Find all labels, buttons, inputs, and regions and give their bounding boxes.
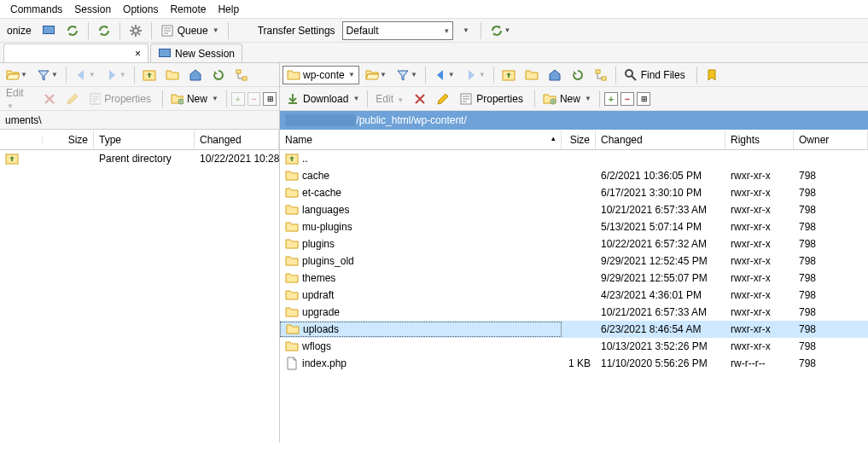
remote-refresh-icon[interactable]: [568, 66, 588, 84]
remote-dir-combo[interactable]: wp-conte▼: [283, 66, 359, 84]
list-item[interactable]: uploads 6/23/2021 8:46:54 AM rwxr-xr-x 7…: [280, 321, 868, 338]
list-item[interactable]: wflogs 10/13/2021 3:52:26 PM rwxr-xr-x 7…: [280, 338, 868, 355]
list-item[interactable]: languages 10/21/2021 6:57:33 AM rwxr-xr-…: [280, 201, 868, 218]
col-name-remote[interactable]: Name▴: [280, 131, 562, 149]
folder-icon: [285, 237, 299, 251]
up-icon: [285, 152, 299, 165]
remote-listing[interactable]: .. cache 6/2/2021 10:36:05 PM rwxr-xr-x …: [280, 150, 868, 443]
local-edit-button[interactable]: Edit ▼: [3, 87, 37, 111]
monitor-icon: [158, 47, 172, 61]
col-name-local[interactable]: [0, 136, 43, 143]
col-rights-remote[interactable]: Rights: [725, 131, 794, 149]
local-listing[interactable]: Parent directory 10/22/2021 10:28: [0, 150, 279, 443]
menu-remote[interactable]: Remote: [165, 2, 211, 17]
remote-tree-icon[interactable]: [591, 66, 611, 84]
remote-bookmark-icon[interactable]: [702, 66, 722, 84]
transfer-dropdown[interactable]: ▼: [457, 21, 475, 40]
folder-icon: [285, 203, 299, 217]
remote-folder-open-icon[interactable]: ▼: [362, 66, 390, 84]
local-headers: Size Type Changed: [0, 130, 279, 150]
remote-minus-icon[interactable]: −: [620, 92, 634, 106]
remote-path: /public_html/wp-content/: [280, 111, 868, 130]
transfer-settings-combo[interactable]: Default▾: [342, 21, 453, 40]
local-refresh-icon[interactable]: [208, 66, 229, 84]
remote-root-icon[interactable]: [521, 66, 542, 84]
folder-icon: [285, 305, 299, 319]
remote-new-button[interactable]: New▼: [539, 90, 595, 108]
list-item[interactable]: et-cache 6/17/2021 3:30:10 PM rwxr-xr-x …: [280, 184, 868, 201]
disconnect-icon[interactable]: ▼: [486, 21, 515, 40]
local-new-button[interactable]: New▼: [167, 90, 222, 108]
list-item[interactable]: mu-plugins 5/13/2021 5:07:14 PM rwxr-xr-…: [280, 218, 868, 235]
remote-props-button[interactable]: Properties: [456, 90, 530, 108]
remote-selectall-icon[interactable]: ⊞: [637, 92, 650, 106]
folder-icon: [285, 254, 299, 268]
local-home-icon[interactable]: [185, 66, 206, 84]
local-plus-icon[interactable]: +: [231, 92, 245, 106]
folder-icon: [285, 186, 299, 200]
remote-filter-icon[interactable]: ▼: [393, 66, 421, 84]
sync-icon[interactable]: [62, 21, 83, 40]
folder-icon: [285, 339, 299, 353]
col-type-local[interactable]: Type: [94, 131, 195, 149]
col-owner-remote[interactable]: Owner: [794, 131, 868, 149]
close-tab-icon[interactable]: ×: [135, 48, 141, 60]
col-size-local[interactable]: Size: [43, 131, 94, 149]
list-item[interactable]: Parent directory 10/22/2021 10:28: [0, 150, 279, 167]
local-filter-icon[interactable]: ▼: [33, 66, 61, 84]
list-item[interactable]: plugins 10/22/2021 6:57:32 AM rwxr-xr-x …: [280, 235, 868, 252]
local-tree-icon[interactable]: [231, 66, 252, 84]
folder-icon: [285, 220, 299, 234]
list-item[interactable]: upgrade 10/21/2021 6:57:33 AM rwxr-xr-x …: [280, 304, 868, 321]
list-item[interactable]: themes 9/29/2021 12:55:07 PM rwxr-xr-x 7…: [280, 270, 868, 287]
local-back-icon[interactable]: ▼: [71, 66, 99, 84]
active-session-tab[interactable]: ×: [3, 44, 149, 62]
remote-back-icon[interactable]: ▼: [430, 66, 458, 84]
list-item[interactable]: cache 6/2/2021 10:36:05 PM rwxr-xr-x 798: [280, 167, 868, 184]
local-pane: ▼ ▼ ▼ ▼ Edit ▼ Properties New▼ + − ⊞ ume…: [0, 63, 280, 443]
menu-commands[interactable]: Commands: [5, 2, 67, 17]
menu-help[interactable]: Help: [213, 2, 244, 17]
find-files-button[interactable]: Find Files: [620, 66, 692, 84]
local-parent-icon[interactable]: [139, 66, 160, 84]
local-minus-icon[interactable]: −: [248, 92, 261, 106]
remote-nav: wp-conte▼ ▼ ▼ ▼ ▼ Find Files: [280, 63, 868, 87]
remote-cmd: Download▼ Edit ▼ Properties New▼ + − ⊞: [280, 87, 868, 111]
new-session-tab[interactable]: New Session: [150, 44, 242, 62]
list-item[interactable]: plugins_old 9/29/2021 12:52:45 PM rwxr-x…: [280, 252, 868, 270]
local-delete-icon[interactable]: [39, 90, 60, 108]
remote-edit-button[interactable]: Edit ▼: [372, 93, 407, 105]
remote-home-icon[interactable]: [545, 66, 565, 84]
col-size-remote[interactable]: Size: [562, 131, 596, 149]
local-selectall-icon[interactable]: ⊞: [263, 92, 277, 106]
local-edit-icon[interactable]: [62, 90, 83, 108]
col-changed-remote[interactable]: Changed: [596, 131, 725, 149]
menu-options[interactable]: Options: [118, 2, 163, 17]
remote-plus-icon[interactable]: +: [604, 92, 618, 106]
remote-parent-icon[interactable]: [498, 66, 519, 84]
remote-edit-icon[interactable]: [433, 90, 453, 108]
local-folder-open-icon[interactable]: ▼: [3, 66, 31, 84]
local-nav: ▼ ▼ ▼ ▼: [0, 63, 279, 87]
folder-icon: [285, 288, 299, 302]
file-icon: [285, 357, 299, 370]
local-path: uments\: [0, 111, 279, 130]
main-toolbar: onize Queue▼ Transfer Settings Default▾ …: [0, 19, 868, 43]
sync-browse-icon[interactable]: [94, 21, 114, 40]
remote-forward-icon[interactable]: ▼: [461, 66, 489, 84]
terminal-icon[interactable]: [38, 21, 59, 40]
list-item[interactable]: ..: [280, 150, 868, 167]
remote-delete-icon[interactable]: [410, 90, 430, 108]
menu-session[interactable]: Session: [69, 2, 116, 17]
synchronize-label[interactable]: onize: [3, 25, 35, 37]
download-button[interactable]: Download▼: [283, 90, 363, 108]
list-item[interactable]: index.php 1 KB 11/10/2020 5:56:26 PM rw-…: [280, 355, 868, 372]
menubar: Commands Session Options Remote Help: [0, 0, 868, 19]
local-forward-icon[interactable]: ▼: [102, 66, 130, 84]
local-props-button[interactable]: Properties: [85, 90, 158, 108]
col-changed-local[interactable]: Changed: [195, 131, 279, 149]
settings-icon[interactable]: [125, 21, 146, 40]
local-root-icon[interactable]: [162, 66, 183, 84]
list-item[interactable]: updraft 4/23/2021 4:36:01 PM rwxr-xr-x 7…: [280, 287, 868, 304]
queue-button[interactable]: Queue▼: [157, 21, 223, 40]
